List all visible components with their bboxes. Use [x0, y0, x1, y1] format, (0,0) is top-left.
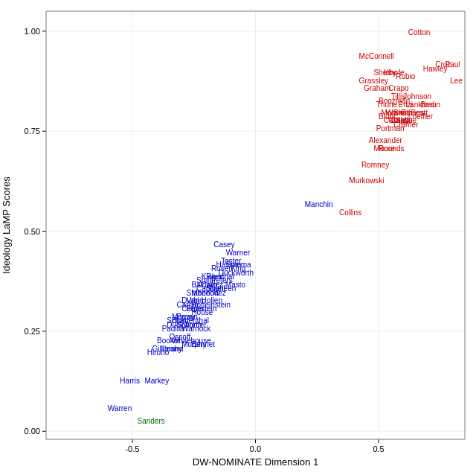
- svg-text:0.75: 0.75: [25, 127, 40, 136]
- senator-label: Rubio: [396, 72, 416, 80]
- senator-label: Hawley: [423, 65, 448, 73]
- chart-container: 0.000.250.500.751.00-0.50.00.5DW-NOMINAT…: [0, 0, 476, 475]
- senator-label: Johnson: [403, 92, 431, 101]
- senator-label: Bennet: [191, 340, 215, 348]
- senator-label: Lee: [450, 77, 463, 85]
- senator-label: Alexander: [369, 136, 403, 144]
- svg-text:0.00: 0.00: [25, 427, 40, 436]
- svg-text:1.00: 1.00: [25, 27, 40, 36]
- senator-label: Murkowski: [349, 176, 384, 185]
- senator-label: Warren: [108, 404, 132, 412]
- senator-label: King: [231, 264, 245, 272]
- senator-label: Markey: [144, 377, 169, 385]
- senator-label: Warner: [226, 249, 251, 257]
- senator-label: Paul: [446, 60, 460, 68]
- senator-label: Manchin: [305, 200, 333, 208]
- senator-label: McConnell: [359, 52, 394, 60]
- senator-label: Romney: [361, 161, 389, 169]
- senator-label: Cotton: [408, 28, 430, 36]
- senator-label: Collins: [339, 208, 361, 217]
- svg-text:DW-NOMINATE Dimension 1: DW-NOMINATE Dimension 1: [193, 456, 318, 468]
- senator-label: Harris: [120, 377, 140, 385]
- svg-text:0.50: 0.50: [25, 227, 40, 236]
- senator-label: Grassley: [359, 77, 388, 85]
- senator-label: Stabenow: [187, 289, 220, 297]
- senator-label: Loeffler: [408, 112, 434, 121]
- svg-text:Ideology LaMP Scores: Ideology LaMP Scores: [1, 176, 12, 274]
- svg-text:-0.5: -0.5: [125, 444, 139, 453]
- senator-label: Hirono: [147, 348, 170, 357]
- senator-label: Thune: [376, 101, 398, 109]
- senator-label: Rounds: [379, 144, 404, 153]
- scatter-plot: 0.000.250.500.751.00-0.50.00.5DW-NOMINAT…: [0, 0, 476, 475]
- senator-label: Padilla: [162, 325, 184, 333]
- senator-label: Casey: [213, 240, 234, 249]
- senator-label: Crapo: [388, 84, 409, 92]
- svg-text:0.25: 0.25: [25, 327, 40, 336]
- senator-label: Sanders: [138, 417, 165, 425]
- senator-label: Portman: [376, 124, 405, 133]
- senator-label: Graham: [364, 84, 390, 92]
- svg-text:0.0: 0.0: [250, 444, 261, 453]
- senator-label: Warnock: [181, 325, 211, 333]
- svg-text:0.5: 0.5: [373, 444, 384, 453]
- senator-label: Lankford: [406, 101, 435, 109]
